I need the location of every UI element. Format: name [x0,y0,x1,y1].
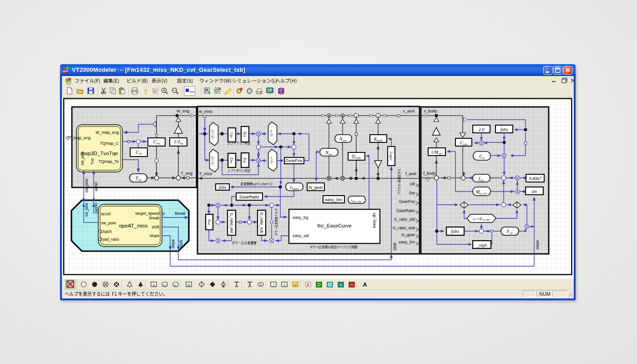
svg-text:2.0: 2.0 [479,127,485,132]
svg-text:fabs: fabs [500,127,508,132]
svg-text:x<G: x<G [269,130,273,136]
svg-text:easy_trg: easy_trg [293,215,308,220]
svg-text:load_ratio: load_ratio [101,237,119,242]
svg-text:map3D_TvoTqe: map3D_TvoTqe [81,151,118,156]
svg-text:Shift: Shift [179,240,183,248]
svg-text:clutch: clutch [101,229,112,234]
svg-text:G_ratio_sub: G_ratio_sub [393,226,415,230]
svg-text:x>G: x>G [269,157,273,163]
svg-text:Dw: Dw [409,191,415,195]
svg-text:S: S [152,283,155,287]
svg-text:v_axsl: v_axsl [403,109,415,113]
svg-text:easy_val: easy_val [293,233,309,238]
svg-text:fabs: fabs [219,185,227,190]
svg-text:sw_pow: sw_pow [101,221,116,225]
svg-text:Break: Break [175,211,186,216]
svg-text:N_gear: N_gear [308,185,323,190]
svg-text:v_body: v_body [424,109,437,113]
svg-text:GearRatio: GearRatio [396,208,415,213]
svg-text:w_miss: w_miss [198,109,213,114]
svg-text:easy_tim: easy_tim [399,240,415,244]
svg-text:f_axsl: f_axsl [405,172,416,176]
svg-text:easy_tim: easy_tim [325,197,342,202]
svg-text:Tvo: Tvo [90,158,95,165]
svg-text:f_body: f_body [423,171,436,176]
svg-text:slope: slope [171,239,175,249]
svg-text:target_speed: target_speed [135,211,159,216]
svg-text:G_ratio_sub: G_ratio_sub [259,212,264,233]
svg-text:slope: slope [149,233,159,238]
svg-text:accel: accel [101,212,111,216]
svg-text:?: ? [144,88,147,95]
svg-text:T: T [283,283,286,287]
svg-text:shift: shift [152,225,159,229]
svg-text:P: P [205,88,208,93]
svg-text:fnc_EaseCurve: fnc_EaseCurve [317,223,351,228]
svg-text:_sign: _sign [476,243,487,248]
svg-text:slope: slope [535,240,540,250]
svg-text:C: C [163,283,166,287]
svg-text:sw_pow: sw_pow [80,151,85,166]
svg-text:GearPos: GearPos [399,199,415,204]
svg-text:sin: sin [531,189,537,194]
svg-text:D: D [259,283,262,286]
svg-text:|x|>|x|: |x|>|x| [211,130,215,139]
svg-text:GearPos: GearPos [285,158,303,163]
svg-text:Not: Not [243,157,247,163]
svg-text:accel: accel [94,182,98,191]
svg-text:GearRatio: GearRatio [239,194,259,199]
svg-text:TQmap_To: TQmap_To [98,159,119,164]
svg-text:9.8067: 9.8067 [529,176,542,181]
svg-text:T_eng: T_eng [181,171,192,176]
svg-text:Logic: Logic [389,151,394,161]
svg-text:sw_pow: sw_pow [84,178,89,193]
svg-text:W_eng: W_eng [177,109,190,113]
svg-text:Not: Not [207,218,212,225]
svg-text:Dw: Dw [229,157,234,163]
svg-text:sw_pow: sw_pow [84,202,89,217]
svg-text:W_map_eng: W_map_eng [96,130,119,135]
svg-text:break: break [149,216,159,220]
svg-text:T_map_eng: T_map_eng [69,136,91,140]
svg-text:|x|<|x|: |x|<|x| [211,156,215,165]
svg-text:A: A [363,281,367,288]
svg-text:O: O [215,88,219,93]
svg-text:N: N [187,283,190,287]
svg-text:Not: Not [243,131,247,137]
svg-text:N_gear: N_gear [401,233,415,237]
svg-text:Up: Up [229,132,234,137]
svg-text:T_miss: T_miss [199,172,212,176]
svg-text:TQmap_C: TQmap_C [100,141,119,146]
svg-text:F: F [307,283,309,287]
svg-text:G_ratio_old: G_ratio_old [394,217,415,222]
svg-text:Ub: Ub [410,182,415,186]
svg-text:B: B [339,283,342,287]
svg-text:easy_div: easy_div [372,212,376,228]
svg-text:L: L [175,283,177,287]
svg-text:G_ratio_old: G_ratio_old [229,213,234,233]
svg-text:M: M [294,283,297,287]
svg-text:Shift: Shift [393,243,397,251]
svg-text:opeAT_miss: opeAT_miss [119,223,147,228]
svg-text:accel: accel [94,203,98,212]
svg-text:fabs: fabs [451,229,459,234]
svg-text:?: ? [156,87,158,92]
